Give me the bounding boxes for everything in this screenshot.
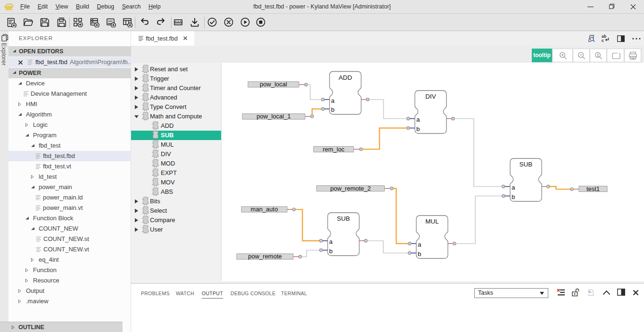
svg-text:rem_loc: rem_loc: [322, 146, 345, 153]
svg-text:test1: test1: [586, 185, 600, 192]
svg-text:HMI: HMI: [108, 20, 113, 23]
svg-text:a: a: [331, 97, 335, 104]
svg-text:pow_remote: pow_remote: [248, 253, 282, 260]
svg-text:man_auto: man_auto: [251, 206, 278, 213]
svg-text:pow_remote_2: pow_remote_2: [330, 185, 371, 192]
svg-text:pow_local_1: pow_local_1: [256, 113, 290, 120]
svg-text:a: a: [416, 116, 420, 123]
svg-text:SUB: SUB: [337, 215, 350, 222]
svg-text:pow_local: pow_local: [260, 81, 287, 88]
svg-text:c: c: [602, 38, 604, 43]
svg-text:a: a: [329, 238, 333, 245]
svg-text:b: b: [329, 248, 333, 255]
svg-text:DIV: DIV: [425, 93, 436, 100]
svg-text:SUB: SUB: [520, 161, 533, 168]
svg-text:a: a: [418, 241, 421, 248]
svg-text:MUL: MUL: [425, 218, 439, 225]
svg-text:b: b: [416, 125, 420, 133]
svg-text:a: a: [512, 184, 515, 191]
svg-text:b: b: [418, 250, 421, 257]
svg-text:b: b: [331, 106, 335, 113]
svg-text:b: b: [512, 193, 515, 200]
svg-text:ADD: ADD: [339, 74, 352, 81]
